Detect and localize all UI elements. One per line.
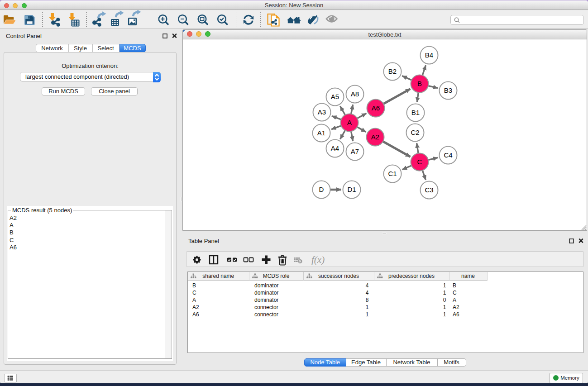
svg-text:D: D — [319, 186, 324, 193]
svg-text:A7: A7 — [351, 148, 359, 155]
svg-text:f(x): f(x) — [311, 254, 325, 265]
svg-text:B2: B2 — [388, 67, 397, 75]
svg-text:A4: A4 — [331, 144, 339, 152]
svg-text:C4: C4 — [444, 151, 452, 159]
svg-text:A8: A8 — [351, 90, 359, 98]
svg-text:A2: A2 — [371, 133, 379, 141]
svg-text:B4: B4 — [425, 51, 433, 59]
svg-text:A1: A1 — [317, 129, 325, 137]
svg-text:C: C — [417, 158, 422, 166]
svg-text:A3: A3 — [318, 108, 326, 116]
svg-text:B3: B3 — [444, 86, 452, 94]
svg-text:D1: D1 — [347, 186, 356, 193]
svg-text:A: A — [347, 119, 352, 126]
svg-text:C1: C1 — [388, 170, 397, 177]
svg-text:C3: C3 — [425, 186, 433, 194]
svg-text:C2: C2 — [411, 129, 419, 136]
svg-text:A6: A6 — [372, 104, 380, 112]
svg-text:B: B — [417, 80, 422, 87]
svg-text:B1: B1 — [411, 109, 420, 116]
svg-text:A5: A5 — [331, 93, 339, 100]
